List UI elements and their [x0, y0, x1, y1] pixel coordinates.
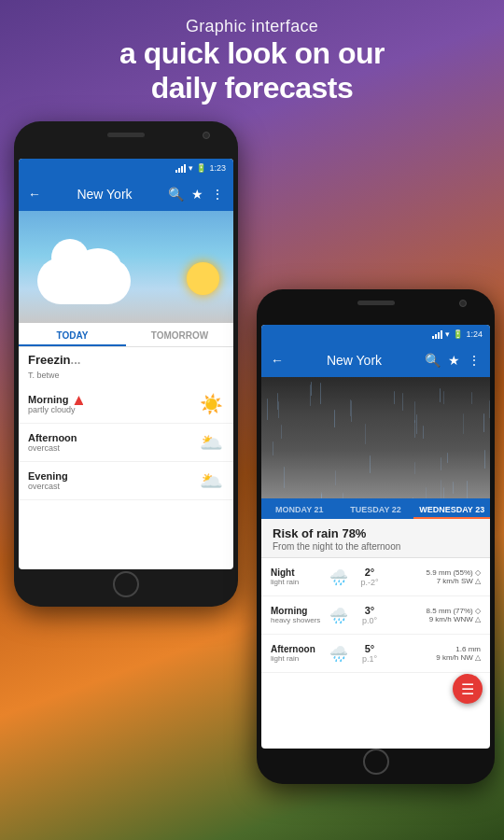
evening-period: Evening: [28, 470, 192, 482]
r-morning-temp: 3° p.0°: [356, 605, 384, 625]
day-tab-wednesday[interactable]: WEDNESDAY 23: [413, 498, 490, 519]
afternoon-weather-icon: 🌥️: [198, 429, 224, 455]
left-more-icon[interactable]: ⋮: [211, 187, 224, 202]
phone-right-speaker: [357, 301, 395, 305]
evening-condition: overcast: [28, 482, 192, 491]
r-morning-weather-icon: 🌧️: [326, 602, 352, 628]
forecast-afternoon-row: Afternoon overcast 🌥️: [19, 424, 233, 462]
r-morning-details: 8.5 mm (77%) ◇ 9 km/h WNW △: [387, 607, 481, 623]
right-night-row: Night light rain 🌧️ 2° p.-2° 5.9 mm (55%…: [261, 558, 490, 596]
r-afternoon-weather-icon: 🌧️: [326, 640, 352, 666]
night-temp: 2° p.-2°: [356, 567, 384, 587]
r-afternoon-period-label: Afternoon light rain: [271, 644, 322, 663]
r-afternoon-detail2: 9 km/h NW △: [436, 653, 481, 662]
right-signal-icon: [432, 330, 442, 339]
night-period-label: Night light rain: [271, 567, 322, 586]
phone-left-screen: ▾ 🔋 1:23 ← New York 🔍 ★ ⋮ TODAY TOMORROW: [19, 159, 233, 569]
left-time: 1:23: [209, 163, 226, 173]
wifi-icon: ▾: [189, 163, 193, 173]
right-status-bar: ▾ 🔋 1:24: [261, 325, 490, 343]
forecast-evening-row: Evening overcast 🌥️: [19, 462, 233, 500]
left-toolbar: ← New York 🔍 ★ ⋮: [19, 177, 233, 211]
rain-info-section: Risk of rain 78% From the night to the a…: [261, 519, 490, 558]
right-more-icon[interactable]: ⋮: [468, 353, 481, 368]
right-toolbar: ← New York 🔍 ★ ⋮: [261, 343, 490, 377]
left-search-icon[interactable]: 🔍: [168, 187, 184, 202]
left-toolbar-title: New York: [49, 187, 161, 202]
left-back-icon[interactable]: ←: [28, 187, 41, 202]
phone-right-home: [363, 749, 389, 775]
right-weather-image: [261, 377, 490, 498]
morning-alert-icon: [74, 396, 83, 405]
sun-graphic: [187, 262, 219, 295]
afternoon-period: Afternoon: [28, 432, 192, 443]
right-search-icon[interactable]: 🔍: [425, 353, 441, 368]
r-afternoon-detail1: 1.6 mm: [455, 645, 481, 653]
right-afternoon-row: Afternoon light rain 🌧️ 5° p.1° 1.6 mm 9…: [261, 635, 490, 673]
morning-weather-icon: ☀️: [198, 391, 224, 417]
tab-today[interactable]: TODAY: [19, 323, 126, 346]
phone-right: ▾ 🔋 1:24 ← New York 🔍 ★ ⋮ MONDAY 21 TUES…: [257, 289, 495, 784]
freezing-title: Freezin...: [19, 347, 233, 371]
night-weather-icon: 🌧️: [326, 564, 352, 590]
morning-period: Morning: [28, 394, 192, 405]
battery-icon: 🔋: [196, 163, 206, 173]
day-tab-tuesday[interactable]: TUESDAY 22: [338, 498, 414, 519]
morning-condition: partly cloudy: [28, 405, 192, 414]
night-detail2: 7 km/h SW △: [437, 577, 481, 585]
cloud-graphic: [37, 258, 131, 304]
header-title: a quick look on our daily forecasts: [0, 36, 504, 105]
phone-right-camera: [459, 300, 467, 307]
afternoon-label: Afternoon overcast: [28, 432, 192, 453]
right-time: 1:24: [466, 329, 483, 339]
left-weather-image: [19, 211, 233, 323]
rain-graphic: [261, 377, 490, 498]
fab-button[interactable]: ☰: [453, 674, 483, 704]
right-battery-icon: 🔋: [453, 329, 463, 339]
phone-left-speaker: [107, 133, 145, 137]
header-section: Graphic interface a quick look on our da…: [0, 17, 504, 105]
r-morning-period-label: Morning heavy showers: [271, 606, 322, 624]
left-status-bar: ▾ 🔋 1:23: [19, 159, 233, 177]
right-star-icon[interactable]: ★: [448, 353, 460, 368]
phone-left: ▾ 🔋 1:23 ← New York 🔍 ★ ⋮ TODAY TOMORROW: [14, 121, 238, 607]
header-subtitle: Graphic interface: [0, 17, 504, 36]
freezing-subtitle: T. betwe: [19, 371, 233, 385]
night-detail1: 5.9 mm (55%) ◇: [427, 568, 481, 577]
signal-icon: [175, 164, 186, 173]
day-tab-bar: MONDAY 21 TUESDAY 22 WEDNESDAY 23: [261, 498, 490, 519]
r-afternoon-details: 1.6 mm 9 km/h NW △: [387, 645, 481, 662]
r-afternoon-temp: 5° p.1°: [356, 643, 384, 664]
right-toolbar-title: New York: [291, 353, 417, 368]
afternoon-condition: overcast: [28, 443, 192, 453]
left-star-icon[interactable]: ★: [191, 187, 203, 202]
tab-tomorrow[interactable]: TOMORROW: [126, 323, 233, 346]
morning-label: Morning partly cloudy: [28, 394, 192, 414]
left-tab-bar: TODAY TOMORROW: [19, 323, 233, 347]
night-details: 5.9 mm (55%) ◇ 7 km/h SW △: [387, 568, 481, 585]
phone-left-camera: [203, 132, 210, 139]
rain-title: Risk of rain 78%: [273, 526, 479, 540]
phone-right-screen: ▾ 🔋 1:24 ← New York 🔍 ★ ⋮ MONDAY 21 TUES…: [261, 325, 490, 749]
right-back-icon[interactable]: ←: [271, 353, 284, 368]
r-morning-detail1: 8.5 mm (77%) ◇: [427, 607, 481, 615]
phone-left-home: [113, 571, 139, 597]
rain-subtitle: From the night to the afternoon: [273, 541, 479, 552]
right-morning-row: Morning heavy showers 🌧️ 3° p.0° 8.5 mm …: [261, 596, 490, 635]
evening-weather-icon: 🌥️: [198, 468, 224, 494]
evening-label: Evening overcast: [28, 470, 192, 491]
day-tab-monday[interactable]: MONDAY 21: [261, 498, 338, 519]
r-morning-detail2: 9 km/h WNW △: [429, 615, 481, 623]
forecast-morning-row: Morning partly cloudy ☀️: [19, 385, 233, 424]
right-wifi-icon: ▾: [445, 329, 450, 339]
